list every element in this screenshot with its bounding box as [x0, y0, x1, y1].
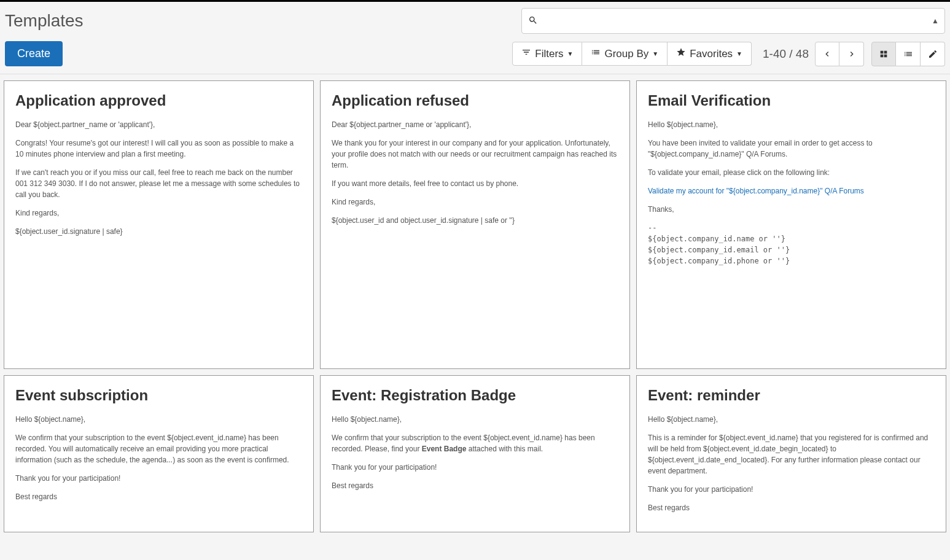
filters-label: Filters: [535, 48, 563, 60]
card-text: Hello ${object.name},: [15, 414, 302, 425]
card-text: Dear ${object.partner_name or 'applicant…: [15, 119, 302, 130]
search-input[interactable]: [543, 15, 938, 26]
collapse-caret-icon[interactable]: ▲: [932, 17, 939, 25]
card-text: Thank you for your participation!: [648, 484, 935, 495]
card-text: If you want more details, feel free to c…: [332, 178, 618, 189]
template-card[interactable]: Event subscription Hello ${object.name},…: [4, 375, 314, 532]
pager-buttons: [815, 42, 864, 66]
card-text: ${object.user_id.signature | safe}: [15, 226, 302, 237]
card-text: We confirm that your subscription to the…: [15, 432, 302, 465]
card-text: Thank you for your participation!: [15, 473, 302, 484]
card-text: To validate your email, please click on …: [648, 167, 935, 178]
template-card[interactable]: Event: reminder Hello ${object.name}, Th…: [636, 375, 946, 532]
card-text: ${object.user_id and object.user_id.sign…: [332, 215, 618, 226]
chevron-right-icon: [847, 49, 857, 59]
card-title: Email Verification: [648, 92, 935, 109]
chevron-down-icon: ▼: [652, 50, 658, 57]
template-card[interactable]: Application approved Dear ${object.partn…: [4, 80, 314, 369]
favorites-label: Favorites: [690, 48, 733, 60]
prev-page-button[interactable]: [815, 42, 839, 66]
grid-icon: [879, 49, 889, 59]
star-icon: [676, 47, 686, 60]
search-icon: [528, 14, 538, 28]
card-text: Thanks,: [648, 204, 935, 215]
card-text: We thank you for your interest in our co…: [332, 138, 618, 171]
filter-icon: [521, 47, 531, 60]
list-view-button[interactable]: [896, 42, 921, 66]
view-switcher: [871, 42, 945, 66]
card-text: Best regards: [648, 502, 935, 513]
groupby-button[interactable]: Group By ▼: [582, 42, 668, 66]
template-card[interactable]: Event: Registration Badge Hello ${object…: [320, 375, 630, 532]
card-text: Hello ${object.name},: [648, 414, 935, 425]
next-page-button[interactable]: [839, 42, 864, 66]
card-text: Kind regards,: [15, 208, 302, 219]
card-title: Event: reminder: [648, 387, 935, 404]
favorites-button[interactable]: Favorites ▼: [668, 42, 752, 66]
card-text: Hello ${object.name},: [332, 414, 618, 425]
card-text: Thank you for your participation!: [332, 462, 618, 473]
list-icon: [591, 47, 601, 60]
card-text: Hello ${object.name},: [648, 119, 935, 130]
template-card[interactable]: Email Verification Hello ${object.name},…: [636, 80, 946, 369]
template-card[interactable]: Application refused Dear ${object.partne…: [320, 80, 630, 369]
page-title: Templates: [5, 11, 84, 31]
card-text: Congrats! Your resume's got our interest…: [15, 138, 302, 160]
create-button[interactable]: Create: [5, 41, 63, 66]
card-title: Event subscription: [15, 387, 302, 404]
chevron-down-icon: ▼: [567, 50, 574, 57]
card-text: Kind regards,: [332, 196, 618, 208]
card-signature: -- ${object.company_id.name or ''} ${obj…: [648, 222, 935, 266]
filters-button[interactable]: Filters ▼: [512, 42, 582, 66]
card-text: Best regards: [332, 480, 618, 491]
card-text: We confirm that your subscription to the…: [332, 432, 618, 454]
header: Templates ▲ Create Filters ▼: [0, 2, 950, 74]
search-box[interactable]: [521, 8, 945, 34]
list-icon: [903, 49, 913, 59]
card-title: Event: Registration Badge: [332, 387, 618, 404]
card-title: Application approved: [15, 92, 302, 109]
chevron-down-icon: ▼: [736, 50, 742, 57]
kanban-view-button[interactable]: [871, 42, 896, 66]
chevron-left-icon: [822, 49, 832, 59]
filter-group: Filters ▼ Group By ▼ Favorites ▼: [512, 42, 752, 66]
card-text: If we can't reach you or if you miss our…: [15, 167, 302, 200]
edit-icon: [928, 49, 938, 59]
card-text: Best regards: [15, 491, 302, 502]
groupby-label: Group By: [604, 48, 648, 60]
card-text: Dear ${object.partner_name or 'applicant…: [332, 119, 618, 130]
kanban-grid: Application approved Dear ${object.partn…: [0, 74, 950, 539]
validate-link[interactable]: Validate my account for "${object.compan…: [648, 187, 864, 195]
card-title: Application refused: [332, 92, 618, 109]
pager-text: 1-40 / 48: [763, 47, 809, 61]
form-view-button[interactable]: [921, 42, 945, 66]
card-text: This is a reminder for ${object.event_id…: [648, 432, 935, 476]
card-text: You have been invited to validate your e…: [648, 138, 935, 160]
